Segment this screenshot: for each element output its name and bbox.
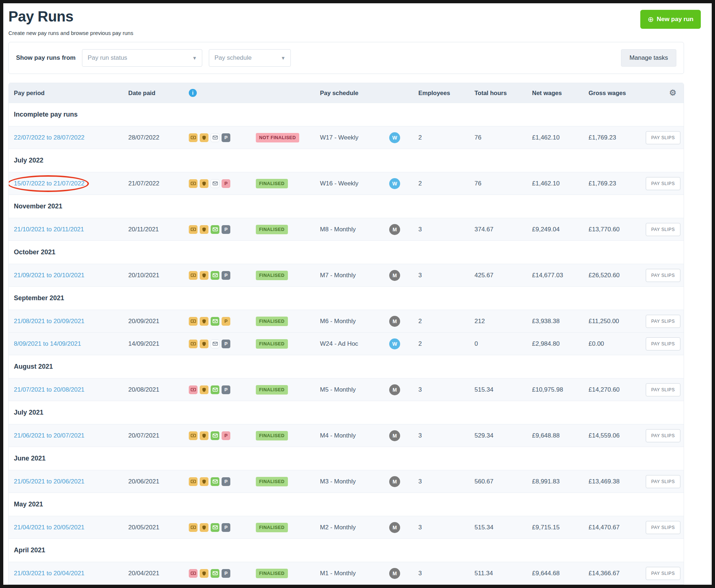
pay-period-link[interactable]: 22/07/2022 to 28/07/2022: [14, 134, 85, 141]
schedule-type-badge: M: [389, 568, 400, 579]
group-heading: June 2021: [9, 455, 122, 462]
total-hours-value: 0: [468, 340, 525, 348]
pay-schedule-value: W16 - Weekly: [313, 180, 383, 187]
pay-slips-button[interactable]: PAY SLIPS: [646, 337, 680, 350]
total-hours-value: 560.67: [468, 478, 525, 485]
status-badge: FINALISED: [256, 271, 288, 280]
pay-run-status-select[interactable]: Pay run status ▼: [82, 49, 202, 67]
pay-slips-button[interactable]: PAY SLIPS: [646, 131, 680, 144]
net-wages-value: £3,938.38: [525, 318, 582, 325]
group-heading-row: April 2021: [9, 538, 684, 562]
info-icon[interactable]: i: [189, 89, 197, 97]
net-wages-value: £9,644.68: [525, 570, 582, 577]
pay-slips-button[interactable]: PAY SLIPS: [646, 429, 680, 442]
pension-icon: P: [222, 431, 230, 440]
envelope-icon: [211, 385, 219, 394]
task-status-icons: P: [182, 477, 249, 486]
pension-icon: P: [222, 340, 230, 348]
pay-period-link[interactable]: 21/09/2021 to 20/10/2021: [14, 272, 85, 279]
pension-icon: P: [222, 317, 230, 326]
employees-value: 3: [412, 226, 468, 233]
group-heading-row: November 2021: [9, 195, 684, 218]
pay-period-link[interactable]: 21/07/2021 to 20/08/2021: [14, 386, 85, 393]
shield-icon: [200, 271, 208, 280]
pay-slips-button[interactable]: PAY SLIPS: [646, 475, 680, 488]
pay-period-link[interactable]: 21/05/2021 to 20/06/2021: [14, 478, 85, 485]
pension-icon: P: [222, 477, 230, 486]
pay-schedule-value: M2 - Monthly: [313, 524, 383, 531]
net-wages-value: £1,462.10: [525, 134, 582, 141]
gross-wages-value: £11,250.00: [582, 318, 646, 325]
net-wages-value: £1,462.10: [525, 180, 582, 187]
shield-icon: [200, 317, 208, 326]
shield-icon: [200, 179, 208, 188]
cash-icon: [189, 133, 198, 142]
gross-wages-value: £13,770.60: [582, 226, 646, 233]
pay-slips-button[interactable]: PAY SLIPS: [646, 383, 680, 396]
employees-value: 3: [412, 432, 468, 439]
pay-period-link-annotated[interactable]: 15/07/2022 to 21/07/2022: [14, 180, 85, 187]
date-paid-value: 20/08/2021: [122, 386, 182, 393]
filter-label: Show pay runs from: [16, 54, 75, 62]
gross-wages-value: £26,520.60: [582, 272, 646, 279]
task-status-icons: P: [182, 431, 249, 440]
gear-icon[interactable]: ⚙: [669, 89, 676, 97]
pay-slips-button[interactable]: PAY SLIPS: [646, 269, 680, 282]
pay-run-row: 15/07/2022 to 21/07/2022 21/07/2022 P FI…: [9, 172, 684, 195]
date-paid-value: 21/07/2022: [122, 180, 182, 187]
pay-schedule-value: M5 - Monthly: [313, 386, 383, 393]
pay-period-link[interactable]: 21/06/2021 to 20/07/2021: [14, 432, 85, 439]
total-hours-value: 515.34: [468, 386, 525, 393]
pay-slips-button[interactable]: PAY SLIPS: [646, 567, 680, 580]
date-paid-value: 20/07/2021: [122, 432, 182, 439]
employees-value: 2: [412, 340, 468, 348]
new-pay-run-button[interactable]: ⊕ New pay run: [640, 10, 701, 29]
group-heading: November 2021: [9, 203, 122, 210]
pay-schedule-value: M7 - Monthly: [313, 272, 383, 279]
manage-tasks-button[interactable]: Manage tasks: [621, 49, 676, 67]
column-header-pay-period: Pay period: [9, 90, 122, 97]
shield-icon: [200, 477, 208, 486]
pay-slips-button[interactable]: PAY SLIPS: [646, 315, 680, 328]
schedule-type-badge: M: [389, 430, 400, 441]
envelope-icon: [211, 340, 219, 348]
pay-slips-button[interactable]: PAY SLIPS: [646, 177, 680, 190]
net-wages-value: £9,648.88: [525, 432, 582, 439]
schedule-type-badge: W: [389, 338, 400, 349]
date-paid-value: 20/05/2021: [122, 524, 182, 531]
pension-icon: P: [222, 523, 230, 532]
pay-period-link[interactable]: 8/09/2021 to 14/09/2021: [14, 340, 81, 348]
pension-icon: P: [222, 133, 230, 142]
gross-wages-value: £13,469.38: [582, 478, 646, 485]
pay-run-row: 21/06/2021 to 20/07/2021 20/07/2021 P FI…: [9, 424, 684, 447]
pay-period-link[interactable]: 21/03/2021 to 20/04/2021: [14, 570, 85, 577]
pay-period-link[interactable]: 21/08/2021 to 20/09/2021: [14, 318, 85, 325]
cash-icon: [189, 569, 198, 578]
schedule-type-badge: M: [389, 384, 400, 395]
employees-value: 3: [412, 570, 468, 577]
pay-slips-button[interactable]: PAY SLIPS: [646, 521, 680, 534]
gross-wages-value: £1,769.23: [582, 180, 646, 187]
pay-schedule-select[interactable]: Pay schedule ▼: [209, 49, 291, 67]
envelope-icon: [211, 523, 219, 532]
envelope-icon: [211, 477, 219, 486]
cash-icon: [189, 385, 198, 394]
employees-value: 3: [412, 272, 468, 279]
schedule-type-badge: M: [389, 270, 400, 281]
pay-period-link[interactable]: 21/04/2021 to 20/05/2021: [14, 524, 85, 531]
shield-icon: [200, 569, 208, 578]
column-header-date-paid: Date paid: [122, 90, 182, 97]
employees-value: 2: [412, 318, 468, 325]
total-hours-value: 511.34: [468, 570, 525, 577]
date-paid-value: 20/10/2021: [122, 272, 182, 279]
status-badge: NOT FINALISED: [256, 133, 299, 142]
pay-slips-button[interactable]: PAY SLIPS: [646, 223, 680, 236]
date-paid-value: 20/09/2021: [122, 318, 182, 325]
pay-run-row: 21/09/2021 to 20/10/2021 20/10/2021 P FI…: [9, 264, 684, 286]
date-paid-value: 20/04/2021: [122, 570, 182, 577]
task-status-icons: P: [182, 317, 249, 326]
pension-icon: P: [222, 569, 230, 578]
shield-icon: [200, 523, 208, 532]
pay-period-link[interactable]: 21/10/2021 to 20/11/2021: [14, 226, 84, 233]
schedule-type-badge: W: [389, 178, 400, 189]
